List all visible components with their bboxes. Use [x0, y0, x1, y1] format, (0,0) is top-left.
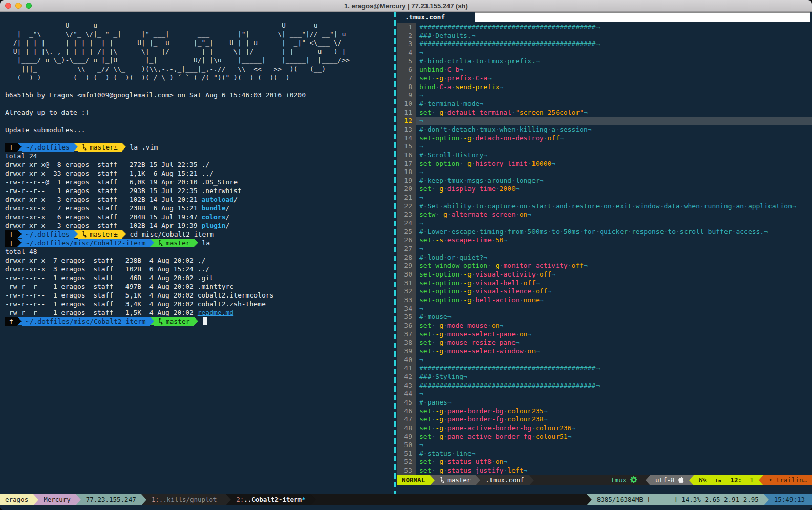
vim-buffer[interactable]: 1#######################################… — [397, 23, 812, 475]
token: status — [428, 450, 452, 457]
powerline-separator — [759, 475, 763, 485]
line-number: 23 — [397, 210, 416, 219]
line-number: 33 — [397, 296, 416, 305]
plugin-label: tmux — [611, 476, 630, 484]
token: killing — [520, 125, 548, 133]
eol-marker: ¬ — [568, 433, 572, 440]
vim-line: 26set·-s·escape-time·50¬ — [397, 236, 812, 245]
code-text: #·status·line¬ — [416, 450, 476, 458]
file-link[interactable]: readme.md — [198, 309, 233, 316]
whitespace-dot: · — [459, 134, 463, 142]
terminal-output-line: -rw-r--r--@ 1 eragos staff 6,0K 19 Apr 2… — [5, 178, 393, 186]
vim-line: 51#·status·line¬ — [397, 450, 812, 458]
powerline-separator — [430, 475, 435, 485]
file-meta: drwxr-xr-x 7 eragos staff 238B 6 Aug 15:… — [5, 204, 202, 212]
pane-divider[interactable] — [393, 12, 397, 494]
code-text: set·-g·display-time·2000¬ — [416, 185, 520, 194]
token: -g — [463, 287, 472, 295]
vim-line: 21¬ — [397, 194, 812, 202]
line-number: 3 — [397, 40, 416, 49]
prompt-segment-label: master — [166, 239, 190, 247]
token: -s — [435, 236, 443, 244]
file-meta: -rw-r--r-- 1 eragos staff 46B 4 Aug 20:0… — [5, 274, 198, 282]
token: # — [419, 177, 423, 184]
whitespace-dot: · — [459, 100, 463, 108]
vim-line: 27¬ — [397, 245, 812, 253]
token: loud — [428, 253, 443, 261]
token: ### — [419, 373, 431, 380]
whitespace-dot: · — [660, 202, 664, 210]
whitespace-dot: · — [423, 398, 428, 406]
branch-icon — [440, 476, 445, 483]
eol-marker: ¬ — [483, 151, 487, 159]
whitespace-dot: · — [600, 202, 604, 210]
shell-pane[interactable]: ____ U ___ u _____ _____ _ U _____ u ___… — [0, 12, 393, 494]
line-number: 16 — [397, 151, 416, 160]
vim-line: 13#·don't·detach·tmux·when·killing·a·ses… — [397, 125, 812, 134]
prompt-segment-label: † — [9, 143, 13, 151]
token: application — [748, 202, 792, 210]
tmux-user: eragos — [0, 494, 33, 505]
line-number-icon: Lɴ — [714, 478, 723, 483]
token: mode — [463, 100, 479, 108]
whitespace-dot: · — [443, 338, 447, 346]
active-window-star: * — [302, 496, 306, 503]
terminal-output-line: b6a515b by Eragos <mfo1009@googlemail.co… — [5, 91, 393, 99]
whitespace-dot: · — [423, 151, 428, 159]
ascii-art-line: |____/ u \_)-\___/ u |_|U |_| U/| |\u |_… — [5, 56, 393, 65]
prompt-os-segment: † — [5, 143, 17, 152]
token: # — [419, 125, 423, 133]
whitespace-dot: · — [459, 270, 463, 278]
token: set — [419, 74, 431, 82]
code-text: set·-g·mouse-select-window·on¬ — [416, 347, 540, 356]
line-number: 7 — [397, 74, 416, 83]
line-number: 2 — [397, 32, 416, 40]
vim-pane[interactable]: .tmux.conf 1############################… — [397, 12, 812, 494]
token: ### — [419, 32, 431, 39]
token: when — [500, 125, 516, 133]
tmux-window-1[interactable]: 1:..kills/gnuplot- — [146, 494, 226, 505]
whitespace-dot: · — [423, 57, 428, 65]
eol-marker: ¬ — [540, 296, 544, 304]
line-number: 19 — [397, 177, 416, 185]
token: colour51 — [536, 433, 568, 440]
vim-line: 36set·-g·mode-mouse·on¬ — [397, 322, 812, 330]
shell-prompt-line: †~/.dotfilesmaster± la .vim — [5, 143, 393, 152]
terminal-output-line: drwxr-xr-x 33 eragos staff 1,1K 6 Aug 15… — [5, 169, 393, 178]
terminal-output-line: -rw-r--r-- 1 eragos staff 497B 4 Aug 20:… — [5, 282, 393, 291]
powerline-separator — [150, 239, 154, 247]
whitespace-dot: · — [443, 66, 447, 73]
token: off — [547, 134, 559, 142]
eol-marker: ¬ — [487, 74, 492, 82]
token: start — [531, 202, 551, 210]
token: off — [571, 262, 583, 269]
token: an — [736, 202, 744, 210]
eol-marker: ¬ — [584, 262, 588, 269]
vim-line: 53set·-g·status-justify·left¬ — [397, 466, 812, 475]
terminal-output-line: drwxr-xr-x 6 eragos staff 204B 15 Jul 19… — [5, 213, 393, 221]
whitespace-dot: · — [459, 279, 463, 287]
token: on — [492, 322, 500, 329]
token: to — [476, 202, 484, 210]
vim-line: 48set·-g·pane-active-border-bg·colour236… — [397, 424, 812, 433]
token: timing — [479, 228, 503, 236]
token: to — [551, 228, 560, 236]
vim-line: 16#·Scroll·History¬ — [397, 151, 812, 160]
tmux-window-2[interactable]: 2:..Cobalt2-iterm* — [231, 494, 310, 505]
terminal-output-line: drwxr-xr-x 7 eragos staff 238B 4 Aug 20:… — [5, 256, 393, 265]
line-number: 35 — [397, 313, 416, 322]
file-name: .git — [198, 274, 213, 282]
token: tmux — [487, 57, 503, 65]
tab-tmux-conf[interactable]: .tmux.conf — [397, 12, 475, 23]
file-meta: drwxr-xr-x 7 eragos staff 238B 4 Aug 20:… — [5, 257, 198, 264]
eol-marker: ¬ — [527, 330, 531, 338]
code-text: ¬ — [416, 390, 423, 398]
whitespace-dot: · — [472, 270, 476, 278]
vim-line: 6unbind·C-b¬ — [397, 66, 812, 74]
token: set-option — [419, 279, 459, 287]
statusline-encoding: utf-8 — [650, 475, 689, 485]
code-text: set·-g·prefix·C-a¬ — [416, 74, 492, 83]
code-text: #·mouse¬ — [416, 313, 452, 322]
whitespace-dot: · — [516, 210, 520, 218]
terminal-output-line: drwxr-xr-x 3 eragos staff 102B 14 Apr 19… — [5, 221, 393, 230]
